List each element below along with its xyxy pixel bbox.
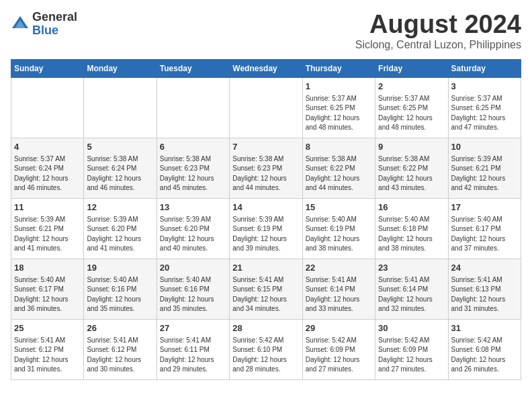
day-cell: 2Sunrise: 5:37 AM Sunset: 6:25 PM Daylig… xyxy=(375,77,448,138)
week-row-3: 11Sunrise: 5:39 AM Sunset: 6:21 PM Dayli… xyxy=(11,198,521,259)
day-number: 24 xyxy=(451,262,518,274)
day-cell: 22Sunrise: 5:41 AM Sunset: 6:14 PM Dayli… xyxy=(302,259,375,319)
day-number: 7 xyxy=(232,141,299,153)
day-number: 23 xyxy=(378,262,445,274)
day-detail: Sunrise: 5:38 AM Sunset: 6:22 PM Dayligh… xyxy=(378,154,445,193)
day-detail: Sunrise: 5:37 AM Sunset: 6:25 PM Dayligh… xyxy=(451,94,518,133)
day-number: 20 xyxy=(160,262,226,274)
logo-general: General xyxy=(32,11,77,24)
day-cell: 23Sunrise: 5:41 AM Sunset: 6:14 PM Dayli… xyxy=(375,259,448,319)
day-number: 12 xyxy=(87,201,153,214)
day-detail: Sunrise: 5:42 AM Sunset: 6:09 PM Dayligh… xyxy=(306,336,372,375)
day-cell: 31Sunrise: 5:42 AM Sunset: 6:08 PM Dayli… xyxy=(448,319,521,379)
day-number: 9 xyxy=(378,141,445,153)
day-number: 11 xyxy=(14,201,81,214)
day-cell: 29Sunrise: 5:42 AM Sunset: 6:09 PM Dayli… xyxy=(302,319,375,379)
day-detail: Sunrise: 5:41 AM Sunset: 6:15 PM Dayligh… xyxy=(232,275,299,314)
day-detail: Sunrise: 5:37 AM Sunset: 6:24 PM Dayligh… xyxy=(14,154,81,193)
day-number: 30 xyxy=(378,322,445,334)
day-number: 15 xyxy=(306,201,372,214)
day-number: 6 xyxy=(160,141,226,153)
day-detail: Sunrise: 5:42 AM Sunset: 6:08 PM Dayligh… xyxy=(451,336,518,375)
header-day-thursday: Thursday xyxy=(302,59,375,77)
day-number: 8 xyxy=(306,141,372,153)
day-detail: Sunrise: 5:42 AM Sunset: 6:09 PM Dayligh… xyxy=(378,336,445,375)
logo-blue: Blue xyxy=(32,24,77,38)
day-cell: 7Sunrise: 5:38 AM Sunset: 6:23 PM Daylig… xyxy=(230,138,302,198)
day-number: 26 xyxy=(87,322,153,334)
day-cell: 21Sunrise: 5:41 AM Sunset: 6:15 PM Dayli… xyxy=(230,259,302,319)
day-number: 31 xyxy=(451,322,518,334)
day-detail: Sunrise: 5:40 AM Sunset: 6:19 PM Dayligh… xyxy=(306,215,372,254)
day-detail: Sunrise: 5:38 AM Sunset: 6:24 PM Dayligh… xyxy=(87,154,153,193)
day-detail: Sunrise: 5:39 AM Sunset: 6:21 PM Dayligh… xyxy=(451,154,518,193)
day-number: 25 xyxy=(14,322,81,334)
day-detail: Sunrise: 5:39 AM Sunset: 6:20 PM Dayligh… xyxy=(160,215,226,254)
title-section: August 2024 Siclong, Central Luzon, Phil… xyxy=(355,11,521,51)
day-number: 28 xyxy=(232,322,299,334)
day-cell: 20Sunrise: 5:40 AM Sunset: 6:16 PM Dayli… xyxy=(157,259,229,319)
day-cell xyxy=(157,77,229,138)
subtitle: Siclong, Central Luzon, Philippines xyxy=(355,39,521,51)
day-cell: 10Sunrise: 5:39 AM Sunset: 6:21 PM Dayli… xyxy=(448,138,521,198)
day-number: 29 xyxy=(306,322,372,334)
day-number: 4 xyxy=(14,141,81,153)
day-cell: 12Sunrise: 5:39 AM Sunset: 6:20 PM Dayli… xyxy=(84,198,157,259)
day-number: 5 xyxy=(87,141,153,153)
day-detail: Sunrise: 5:40 AM Sunset: 6:16 PM Dayligh… xyxy=(87,275,153,314)
day-detail: Sunrise: 5:41 AM Sunset: 6:11 PM Dayligh… xyxy=(160,336,226,375)
day-number: 14 xyxy=(232,201,299,214)
day-detail: Sunrise: 5:41 AM Sunset: 6:14 PM Dayligh… xyxy=(378,275,445,314)
day-cell: 25Sunrise: 5:41 AM Sunset: 6:12 PM Dayli… xyxy=(11,319,84,379)
day-cell: 14Sunrise: 5:39 AM Sunset: 6:19 PM Dayli… xyxy=(230,198,302,259)
page-header: General Blue August 2024 Siclong, Centra… xyxy=(11,11,521,51)
week-row-4: 18Sunrise: 5:40 AM Sunset: 6:17 PM Dayli… xyxy=(11,259,521,319)
day-number: 16 xyxy=(378,201,445,214)
calendar-table: SundayMondayTuesdayWednesdayThursdayFrid… xyxy=(11,59,521,380)
header-day-friday: Friday xyxy=(375,59,448,77)
day-number: 18 xyxy=(14,262,81,274)
day-detail: Sunrise: 5:40 AM Sunset: 6:16 PM Dayligh… xyxy=(160,275,226,314)
day-number: 3 xyxy=(451,81,518,93)
day-cell: 16Sunrise: 5:40 AM Sunset: 6:18 PM Dayli… xyxy=(375,198,448,259)
day-number: 2 xyxy=(378,81,445,93)
header-day-monday: Monday xyxy=(84,59,157,77)
day-detail: Sunrise: 5:37 AM Sunset: 6:25 PM Dayligh… xyxy=(378,94,445,133)
day-detail: Sunrise: 5:42 AM Sunset: 6:10 PM Dayligh… xyxy=(232,336,299,375)
day-number: 21 xyxy=(232,262,299,274)
day-cell: 19Sunrise: 5:40 AM Sunset: 6:16 PM Dayli… xyxy=(84,259,157,319)
day-cell: 9Sunrise: 5:38 AM Sunset: 6:22 PM Daylig… xyxy=(375,138,448,198)
header-day-saturday: Saturday xyxy=(448,59,521,77)
day-cell: 1Sunrise: 5:37 AM Sunset: 6:25 PM Daylig… xyxy=(302,77,375,138)
calendar-header: SundayMondayTuesdayWednesdayThursdayFrid… xyxy=(11,59,521,77)
header-row: SundayMondayTuesdayWednesdayThursdayFrid… xyxy=(11,59,521,77)
logo-icon xyxy=(11,15,30,34)
calendar-body: 1Sunrise: 5:37 AM Sunset: 6:25 PM Daylig… xyxy=(11,77,521,379)
day-detail: Sunrise: 5:39 AM Sunset: 6:20 PM Dayligh… xyxy=(87,215,153,254)
day-cell: 24Sunrise: 5:41 AM Sunset: 6:13 PM Dayli… xyxy=(448,259,521,319)
day-detail: Sunrise: 5:40 AM Sunset: 6:18 PM Dayligh… xyxy=(378,215,445,254)
day-cell: 8Sunrise: 5:38 AM Sunset: 6:22 PM Daylig… xyxy=(302,138,375,198)
day-number: 27 xyxy=(160,322,226,334)
logo-text: General Blue xyxy=(32,11,77,38)
day-number: 19 xyxy=(87,262,153,274)
week-row-1: 1Sunrise: 5:37 AM Sunset: 6:25 PM Daylig… xyxy=(11,77,521,138)
header-day-sunday: Sunday xyxy=(11,59,84,77)
day-number: 1 xyxy=(306,81,372,93)
day-cell: 11Sunrise: 5:39 AM Sunset: 6:21 PM Dayli… xyxy=(11,198,84,259)
day-cell: 3Sunrise: 5:37 AM Sunset: 6:25 PM Daylig… xyxy=(448,77,521,138)
day-cell xyxy=(11,77,84,138)
day-cell: 28Sunrise: 5:42 AM Sunset: 6:10 PM Dayli… xyxy=(230,319,302,379)
header-day-tuesday: Tuesday xyxy=(157,59,229,77)
day-number: 10 xyxy=(451,141,518,153)
day-cell: 6Sunrise: 5:38 AM Sunset: 6:23 PM Daylig… xyxy=(157,138,229,198)
day-cell: 15Sunrise: 5:40 AM Sunset: 6:19 PM Dayli… xyxy=(302,198,375,259)
day-cell: 26Sunrise: 5:41 AM Sunset: 6:12 PM Dayli… xyxy=(84,319,157,379)
logo: General Blue xyxy=(11,11,77,38)
day-cell: 27Sunrise: 5:41 AM Sunset: 6:11 PM Dayli… xyxy=(157,319,229,379)
day-cell xyxy=(230,77,302,138)
day-detail: Sunrise: 5:40 AM Sunset: 6:17 PM Dayligh… xyxy=(14,275,81,314)
day-cell: 4Sunrise: 5:37 AM Sunset: 6:24 PM Daylig… xyxy=(11,138,84,198)
day-cell xyxy=(84,77,157,138)
day-cell: 13Sunrise: 5:39 AM Sunset: 6:20 PM Dayli… xyxy=(157,198,229,259)
